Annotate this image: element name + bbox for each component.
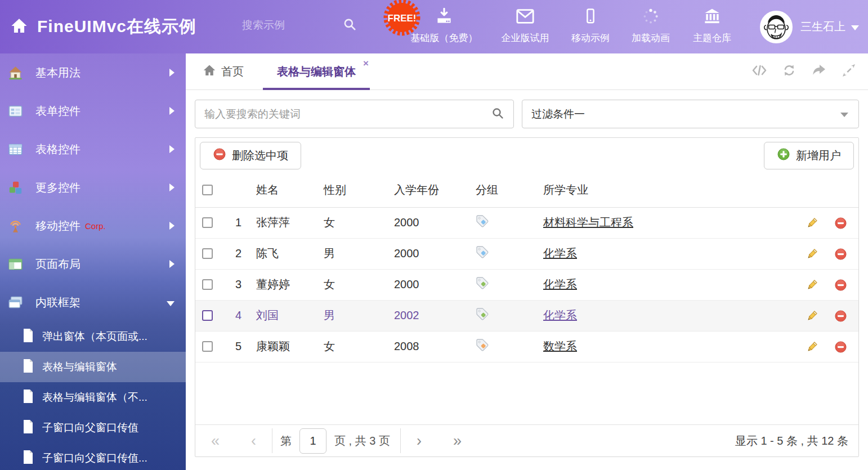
record-count-summary: 显示 1 - 5 条 , 共 12 条 xyxy=(735,433,848,449)
brand[interactable]: FineUIMvc在线示例 xyxy=(10,0,196,53)
code-icon[interactable] xyxy=(752,64,767,79)
edit-icon[interactable] xyxy=(806,310,818,323)
app-title: FineUIMvc在线示例 xyxy=(37,15,196,38)
delete-row-icon[interactable] xyxy=(834,310,847,323)
delete-selected-button[interactable]: 删除选中项 xyxy=(200,142,301,169)
sidebar-item-label: 内联框架 xyxy=(35,295,80,310)
cell-name: 刘国 xyxy=(245,300,315,331)
chevron-right-icon xyxy=(169,143,175,156)
grid-panel: 删除选中项 新增用户 姓名 xyxy=(195,137,859,457)
row-index: 5 xyxy=(225,331,245,362)
search-icon[interactable] xyxy=(342,17,357,34)
main-content: 首页 表格与编辑窗体 × xyxy=(186,53,868,470)
header-search-input[interactable] xyxy=(242,19,326,32)
house-icon xyxy=(8,65,23,80)
sidebar-item-iframe[interactable]: 内联框架 xyxy=(0,283,186,321)
major-link[interactable]: 化学系 xyxy=(543,278,577,290)
keyword-search-input[interactable] xyxy=(204,108,482,120)
select-all-checkbox[interactable] xyxy=(202,185,213,195)
tag-icon xyxy=(476,342,489,354)
column-header-group[interactable]: 分组 xyxy=(445,173,535,207)
sidebar-subitem-child-to-parent[interactable]: 子窗口向父窗口传值 xyxy=(0,413,186,443)
major-link[interactable]: 材料科学与工程系 xyxy=(543,216,633,229)
sidebar-item-more-controls[interactable]: 更多控件 xyxy=(0,168,186,207)
major-link[interactable]: 化学系 xyxy=(543,309,577,321)
file-icon xyxy=(23,450,34,467)
tab-grid-edit-window[interactable]: 表格与编辑窗体 × xyxy=(263,53,370,89)
add-user-button[interactable]: 新增用户 xyxy=(764,142,854,169)
sidebar-item-form-controls[interactable]: 表单控件 xyxy=(0,92,186,130)
page-prefix: 第 xyxy=(280,433,292,449)
column-header-year[interactable]: 入学年份 xyxy=(366,173,445,207)
filter-dropdown[interactable]: 过滤条件一 xyxy=(522,100,859,128)
chevron-right-icon xyxy=(169,258,175,271)
cell-gender: 女 xyxy=(315,331,366,362)
delete-row-icon[interactable] xyxy=(834,341,847,353)
first-page-button[interactable]: « xyxy=(211,433,220,449)
row-checkbox[interactable] xyxy=(202,248,213,259)
close-icon[interactable]: × xyxy=(363,59,369,68)
nav-theme-repo[interactable]: 主题仓库 xyxy=(681,8,743,44)
edit-icon[interactable] xyxy=(806,341,818,353)
row-checkbox[interactable] xyxy=(202,310,213,321)
sidebar-item-grid-controls[interactable]: 表格控件 xyxy=(0,130,186,168)
edit-icon[interactable] xyxy=(806,248,818,261)
delete-row-icon[interactable] xyxy=(834,217,847,230)
edit-icon[interactable] xyxy=(806,279,818,292)
next-page-button[interactable]: › xyxy=(417,433,422,449)
cell-year: 2008 xyxy=(366,331,445,362)
chevron-right-icon xyxy=(169,220,175,232)
table-row-selected[interactable]: 4 刘国 男 2002 化学系 xyxy=(195,300,858,331)
delete-row-icon[interactable] xyxy=(834,279,847,292)
table-header-row: 姓名 性别 入学年份 分组 所学专业 xyxy=(195,173,858,207)
sidebar-subitem-grid-edit-window-2[interactable]: 表格与编辑窗体（不... xyxy=(0,382,186,413)
tab-active-label: 表格与编辑窗体 xyxy=(277,64,356,79)
envelope-icon xyxy=(516,8,535,28)
major-link[interactable]: 数学系 xyxy=(543,340,577,352)
tab-home[interactable]: 首页 xyxy=(196,64,250,80)
nav-basic-free[interactable]: 基础版（免费） xyxy=(401,8,487,44)
major-link[interactable]: 化学系 xyxy=(543,247,577,259)
sidebar-item-basic-usage[interactable]: 基本用法 xyxy=(0,53,186,92)
nav-mobile-demo[interactable]: 移动示例 xyxy=(559,8,622,44)
column-header-name[interactable]: 姓名 xyxy=(245,173,315,207)
search-icon[interactable] xyxy=(491,106,504,122)
expand-icon[interactable] xyxy=(842,64,856,79)
share-icon[interactable] xyxy=(812,64,826,79)
sidebar-item-page-layout[interactable]: 页面布局 xyxy=(0,245,186,283)
refresh-icon[interactable] xyxy=(782,64,796,79)
nav-enterprise-trial[interactable]: 企业版试用 xyxy=(486,8,565,44)
nav-label: 移动示例 xyxy=(571,32,610,44)
row-checkbox[interactable] xyxy=(202,279,213,290)
sidebar-subitem-grid-edit-window[interactable]: 表格与编辑窗体 xyxy=(0,352,186,382)
sidebar-subitem-label: 子窗口向父窗口传值... xyxy=(42,451,147,465)
column-header-major[interactable]: 所学专业 xyxy=(535,173,792,207)
page-number-input[interactable] xyxy=(299,428,326,454)
sidebar-subitem-label: 表格与编辑窗体（不... xyxy=(42,390,147,405)
sidebar-subitem-label: 弹出窗体（本页面或... xyxy=(42,329,147,344)
edit-icon[interactable] xyxy=(806,217,818,230)
table-icon xyxy=(8,142,23,157)
row-checkbox[interactable] xyxy=(202,217,213,228)
tab-strip: 首页 表格与编辑窗体 × xyxy=(186,53,868,90)
nav-loading-animation[interactable]: 加载动画 xyxy=(621,8,681,44)
delete-row-icon[interactable] xyxy=(834,248,847,261)
cell-gender: 女 xyxy=(315,269,366,300)
sidebar-subitem-child-to-parent-2[interactable]: 子窗口向父窗口传值... xyxy=(0,443,186,470)
sidebar-item-label: 表格控件 xyxy=(35,142,80,157)
table-row[interactable]: 1 张萍萍 女 2000 材料科学与工程系 xyxy=(195,207,858,238)
prev-page-button[interactable]: ‹ xyxy=(251,433,256,449)
tag-icon xyxy=(476,218,489,230)
column-header-gender[interactable]: 性别 xyxy=(315,173,366,207)
row-checkbox[interactable] xyxy=(202,341,213,352)
table-row[interactable]: 2 陈飞 男 2000 化学系 xyxy=(195,238,858,269)
user-menu[interactable]: 三生石上 xyxy=(760,0,859,53)
chevron-down-icon xyxy=(851,20,859,33)
sidebar-subitem-popup-window[interactable]: 弹出窗体（本页面或... xyxy=(0,321,186,352)
nav-label: 加载动画 xyxy=(632,32,670,44)
last-page-button[interactable]: » xyxy=(453,433,462,449)
table-row[interactable]: 3 董婷婷 女 2000 化学系 xyxy=(195,269,858,300)
sidebar-item-mobile-controls[interactable]: 移动控件 Corp. xyxy=(0,207,186,245)
table-row[interactable]: 5 康颖颖 女 2008 数学系 xyxy=(195,331,858,362)
file-icon xyxy=(23,329,34,345)
